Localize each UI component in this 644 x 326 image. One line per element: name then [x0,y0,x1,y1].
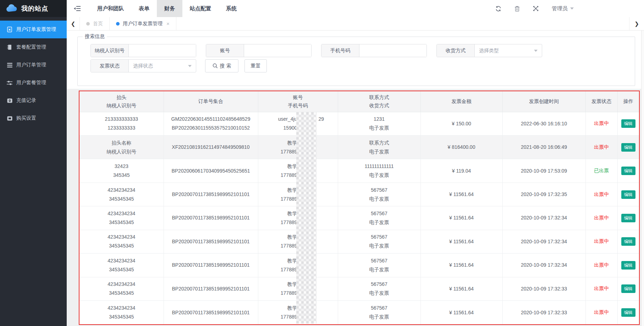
edit-button[interactable]: 编辑 [621,167,635,175]
cell-contact-line: 1231 [338,115,420,124]
table-row: 抬头名称纳税人识别号XF20210819162114974849509810教学… [79,135,639,159]
cell-amount: ¥ 11561.64 [420,183,502,206]
发票状态-select[interactable]: 选择状态 [129,60,196,72]
cell-amount-line: ¥ 150.00 [421,119,502,128]
sidebar-item-充值记录[interactable]: 充值记录 [0,92,67,109]
nav-item[interactable]: 表单 [131,0,157,17]
column-header-line: 发票创建时间 [503,97,585,105]
top-nav: 用户和团队表单财务站点配置系统 管理员 [67,0,644,17]
cell-actions: 编辑 [617,183,639,206]
tab-首页[interactable]: 首页 [80,17,110,30]
cell-title-line: 32423 [79,162,164,171]
invoice-table: 抬头纳税人识别号订单号集合账号手机号码联系方式收货方式发票金额发票创建时间发票状… [79,91,639,324]
cell-title-line: 345345345 [79,289,164,298]
收货方式-select[interactable]: 选择类型 [475,44,542,57]
cell-created-line: 2020-10-09 17:32:33 [503,308,585,317]
scrollbar-gutter[interactable] [641,31,644,326]
sidebar-item-label: 购买设置 [16,115,36,121]
nav-item[interactable]: 站点配置 [182,0,219,17]
sidebar-item-用户订单管理[interactable]: 用户订单管理 [0,56,67,74]
cell-actions: 编辑 [617,301,639,325]
cell-status: 出票中 [585,135,617,159]
sidebar-item-购买设置[interactable]: 购买设置 [0,109,67,127]
status-badge: 出票中 [594,144,609,150]
cell-status: 出票中 [585,301,617,325]
package-icon [7,44,12,50]
cell-orders-line: BP20200701173851989952101101 [164,237,258,246]
cell-title-line: 345345345 [79,313,164,321]
edit-button[interactable]: 编辑 [621,284,635,293]
edit-button[interactable]: 编辑 [621,143,635,152]
cell-created: 2020-10-09 17:32:35 [502,183,585,206]
cell-title-line: 4234234234 [79,186,164,195]
tab-close-icon[interactable]: × [166,21,170,27]
cell-created-line: 2020-10-09 17:32:34 [503,237,585,246]
field-label: 账号 [206,44,244,57]
edit-button[interactable]: 编辑 [621,190,635,199]
cell-status: 出票中 [585,206,617,230]
cell-amount-line: ¥ 11561.64 [421,213,502,222]
cell-contact-line: 电子发票 [338,289,420,298]
field-label: 发票状态 [91,60,129,72]
column-header-抬头: 抬头纳税人识别号 [79,91,164,112]
cell-title: 4234234234345345345 [79,254,164,277]
chevron-down-icon [570,7,574,10]
content: 搜索信息 纳税人识别号账号手机号码收货方式选择类型 发票状态选择状态 搜 索 [67,31,644,326]
sidebar-item-用户订单发票管理[interactable]: 用户订单发票管理 [0,21,67,38]
chevron-down-icon [534,50,538,52]
cell-created-line: 2022-06-30 16:16:10 [503,119,585,128]
edit-button[interactable]: 编辑 [621,261,635,270]
cell-orders-line: BP20200701173851989952101101 [164,261,258,270]
纳税人识别号-input[interactable] [129,44,196,57]
cell-contact: 567567电子发票 [338,230,420,253]
sidebar-item-套餐配置管理[interactable]: 套餐配置管理 [0,38,67,56]
status-badge: 出票中 [594,309,609,315]
cell-title-line: 4234234234 [79,280,164,289]
cell-contact: 567567电子发票 [338,277,420,300]
edit-button[interactable]: 编辑 [621,214,635,222]
reset-button[interactable]: 重置 [244,59,267,72]
sidebar-collapse-icon[interactable] [74,6,81,11]
field-group-收货方式: 收货方式选择类型 [436,44,542,57]
cell-created: 2020-10-09 17:32:34 [502,254,585,277]
cell-orders: GM20220630145511102485648529BP2022063011… [164,112,258,135]
edit-button[interactable]: 编辑 [621,237,635,246]
cell-amount: ¥ 11561.64 [420,301,502,325]
admin-dropdown[interactable]: 管理员 [552,5,574,12]
column-header-发票状态: 发票状态 [585,91,617,112]
column-header-line: 订单号集合 [164,97,258,105]
table-row: 4234234234345345345BP2020070117385198995… [79,206,639,230]
search-form-row-2-groups: 发票状态选择状态 [90,59,206,72]
search-button[interactable]: 搜 索 [205,59,238,72]
trash-icon[interactable] [514,6,520,12]
手机号码-input[interactable] [359,44,426,57]
tab-用户订单发票管理[interactable]: 用户订单发票管理× [110,17,176,30]
tab-label: 用户订单发票管理 [123,21,163,27]
fullscreen-icon[interactable] [533,6,539,12]
field-label: 收货方式 [437,44,475,57]
账号-input[interactable] [244,44,311,57]
cell-status: 出票中 [585,112,617,135]
cell-contact-line: 111111111111 [338,162,420,171]
sidebar-item-用户套餐管理[interactable]: 用户套餐管理 [0,74,67,92]
refresh-icon[interactable] [495,6,501,12]
sidebar-item-label: 套餐配置管理 [16,44,46,50]
cell-actions: 编辑 [617,230,639,253]
cell-amount-line: ¥ 816400.00 [421,143,502,152]
column-header-操作: 操作 [617,91,639,112]
nav-item[interactable]: 财务 [157,0,182,17]
edit-button[interactable]: 编辑 [621,308,635,317]
edit-button[interactable]: 编辑 [621,119,635,128]
tabs-scroll-right-icon[interactable]: ❯ [629,17,644,30]
cell-title-line: 4234234234 [79,209,164,218]
sidebar-item-label: 用户订单管理 [16,62,46,68]
table-row: 32423345345BP20200606170340995450525651教… [79,159,639,183]
cell-title-line: 345345345 [79,195,164,203]
cell-status: 出票中 [585,230,617,253]
topbar-icons [495,6,539,12]
nav-item[interactable]: 系统 [219,0,244,17]
tabs-scroll-left-icon[interactable]: ❮ [67,17,80,30]
nav-item[interactable]: 用户和团队 [90,0,131,17]
order-list-icon [7,62,12,68]
cell-amount-line: ¥ 11561.64 [421,190,502,199]
